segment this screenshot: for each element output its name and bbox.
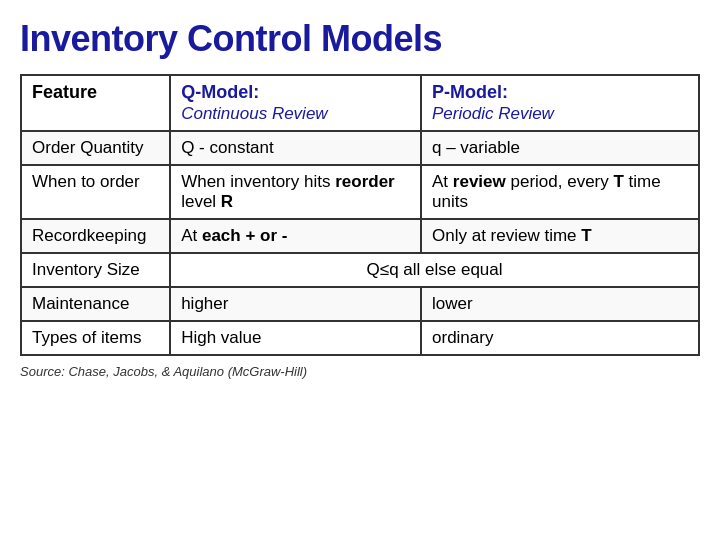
page-title: Inventory Control Models (20, 18, 700, 60)
p-recordkeeping: Only at review time T (421, 219, 699, 253)
feature-maintenance: Maintenance (21, 287, 170, 321)
feature-recordkeeping: Recordkeeping (21, 219, 170, 253)
table-row: Order Quantity Q - constant q – variable (21, 131, 699, 165)
inventory-size-merged: Q≤q all else equal (170, 253, 699, 287)
table-row: Types of items High value ordinary (21, 321, 699, 355)
q-types-of-items: High value (170, 321, 421, 355)
p-maintenance: lower (421, 287, 699, 321)
feature-types-of-items: Types of items (21, 321, 170, 355)
source-note: Source: Chase, Jacobs, & Aquilano (McGra… (20, 364, 700, 379)
q-model-title: Q-Model: (181, 82, 259, 102)
feature-inventory-size: Inventory Size (21, 253, 170, 287)
p-types-of-items: ordinary (421, 321, 699, 355)
table-header-row: Feature Q-Model: Continuous Review P-Mod… (21, 75, 699, 131)
q-model-subtitle: Continuous Review (181, 104, 327, 123)
inventory-table: Feature Q-Model: Continuous Review P-Mod… (20, 74, 700, 356)
table-row: When to order When inventory hits reorde… (21, 165, 699, 219)
q-maintenance: higher (170, 287, 421, 321)
table-row: Inventory Size Q≤q all else equal (21, 253, 699, 287)
header-feature: Feature (21, 75, 170, 131)
p-model-subtitle: Periodic Review (432, 104, 554, 123)
q-when-to-order: When inventory hits reorder level R (170, 165, 421, 219)
q-recordkeeping: At each + or - (170, 219, 421, 253)
header-q-model: Q-Model: Continuous Review (170, 75, 421, 131)
p-when-to-order: At review period, every T time units (421, 165, 699, 219)
p-order-quantity: q – variable (421, 131, 699, 165)
table-row: Maintenance higher lower (21, 287, 699, 321)
feature-when-to-order: When to order (21, 165, 170, 219)
table-row: Recordkeeping At each + or - Only at rev… (21, 219, 699, 253)
p-model-title: P-Model: (432, 82, 508, 102)
feature-order-quantity: Order Quantity (21, 131, 170, 165)
q-order-quantity: Q - constant (170, 131, 421, 165)
header-p-model: P-Model: Periodic Review (421, 75, 699, 131)
